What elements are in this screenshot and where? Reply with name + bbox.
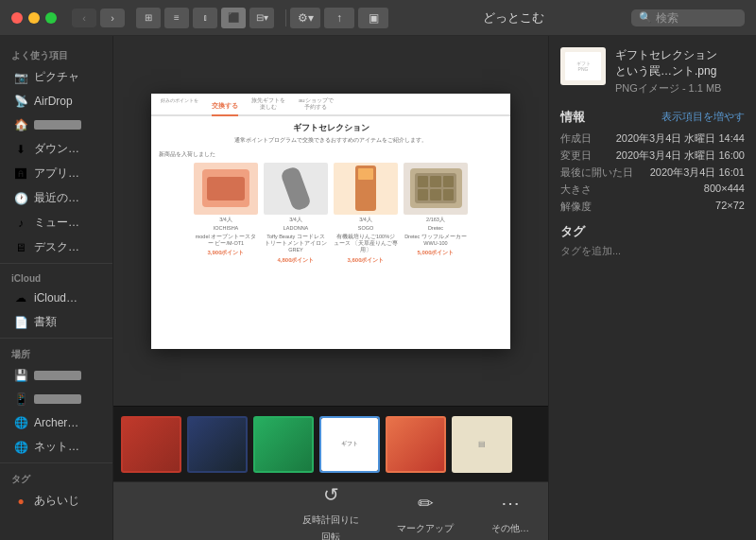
info-section-title: 情報 [560, 109, 585, 126]
sidebar-label-disk1 [34, 371, 81, 380]
sidebar-label-airdrop: AirDrop [34, 95, 73, 108]
sidebar-label-archer: Archer… [34, 416, 78, 429]
favorites-section-label: よく使う項目 [0, 44, 112, 64]
created-row: 作成日 2020年3月4日 水曜日 14:44 [560, 131, 745, 146]
thumbnail-2[interactable] [187, 416, 248, 473]
device-icon: 📱 [13, 392, 28, 407]
router-icon: 🌐 [13, 415, 28, 430]
markup-label: マークアップ [397, 522, 454, 535]
thumbnail-4-selected[interactable]: ギフト [319, 416, 380, 473]
product-card-4: 2/163人 Dretec Dretec ワッフルメーカー WWU-100 5,… [404, 163, 468, 265]
window-title: どっとこむ [396, 9, 631, 26]
forward-button[interactable]: › [100, 9, 125, 27]
tags-section: タグ タグを追加... [560, 223, 745, 258]
file-info-header: ギフトセレクション という罠…ント.png PNGイメージ - 1.1 MB [615, 47, 721, 96]
product-brand-2: LADONNA [284, 225, 309, 232]
share-button[interactable]: ↑ [324, 8, 354, 28]
product-name-2: Toffy Beauty コードレス トリートメントアイロン GREY [264, 234, 328, 253]
created-val: 2020年3月4日 水曜日 14:44 [616, 131, 745, 146]
right-panel: ギフトPNG ギフトセレクション という罠…ント.png PNGイメージ - 1… [548, 36, 756, 540]
network-icon: 🌐 [13, 440, 28, 455]
action-controls: ⚙▾ ↑ ▣ [290, 8, 388, 28]
column-view-button[interactable]: ⫾ [193, 8, 217, 28]
preview-image: 好みのポイントを 交換する 旅先ギフトを楽しむ auショップで予約する ギフトセ… [151, 94, 510, 349]
rotate-left-button[interactable]: ↺ 反時計回りに 回転 [302, 479, 359, 541]
sidebar-label-recent: 最近の… [34, 190, 79, 206]
product-img-4 [404, 163, 468, 215]
product-brand-1: IOCHISHA [214, 225, 239, 232]
product-count-3: 3/4人 [359, 217, 372, 223]
search-box[interactable]: 🔍 [631, 9, 745, 26]
thumbnail-5[interactable] [386, 416, 446, 473]
desktop-icon: 🖥 [13, 240, 28, 255]
product-img-1 [194, 163, 258, 215]
sidebar-label-apps: アプリ… [34, 165, 79, 182]
opened-val: 2020年3月4日 16:01 [650, 165, 745, 180]
sidebar-item-network[interactable]: 🌐 ネット… [4, 435, 109, 459]
sidebar-item-desktop[interactable]: 🖥 デスク… [4, 235, 109, 259]
toolbar-separator [285, 9, 286, 26]
thumbnail-1[interactable] [121, 416, 181, 473]
product-price-3: 3,600ポイント [347, 256, 384, 265]
page-tab-hint: 好みのポイントを [161, 97, 198, 116]
sidebar-label-music: ミュー… [34, 215, 79, 231]
documents-icon: 📄 [13, 315, 28, 330]
back-button[interactable]: ‹ [72, 9, 96, 27]
minimize-button[interactable] [28, 12, 40, 24]
more-button[interactable]: ⋯ その他… [491, 488, 529, 535]
sidebar-item-tag1[interactable]: ● あらいじ [4, 489, 109, 513]
markup-button[interactable]: ✏ マークアップ [397, 488, 454, 535]
page-tab-exchange[interactable]: 交換する [212, 101, 238, 116]
modified-val: 2020年3月4日 水曜日 16:00 [616, 148, 745, 163]
file-type: PNGイメージ - 1.1 MB [615, 81, 721, 96]
sidebar-item-icloud[interactable]: ☁ iCloud… [4, 287, 109, 309]
settings-button[interactable]: ⚙▾ [290, 8, 320, 28]
icloud-section-label: iCloud [0, 268, 112, 286]
more-icon: ⋯ [495, 488, 525, 518]
sidebar-item-archer[interactable]: 🌐 Archer… [4, 411, 109, 434]
download-icon: ⬇ [13, 142, 28, 157]
resolution-key: 解像度 [560, 200, 592, 214]
sidebar-item-airdrop[interactable]: 📡 AirDrop [4, 90, 109, 113]
size-row: 大きさ 800×444 [560, 183, 745, 197]
opened-row: 最後に開いた日 2020年3月4日 16:01 [560, 165, 745, 180]
gift-subtitle: 通常ポイントプログラムで交換できるおすすめのアイテムをご紹介します。 [159, 136, 503, 145]
content-area: 好みのポイントを 交換する 旅先ギフトを楽しむ auショップで予約する ギフトセ… [113, 36, 548, 540]
sidebar-item-music[interactable]: ♪ ミュー… [4, 211, 109, 235]
main-layout: よく使う項目 📷 ピクチャ 📡 AirDrop 🏠 ⬇ ダウン… 🅰 アプリ… … [0, 36, 756, 540]
sidebar-item-pictures[interactable]: 📷 ピクチャ [4, 65, 109, 89]
gallery-view-button[interactable]: ⬛ [221, 8, 246, 28]
sidebar-divider-2 [0, 338, 112, 339]
sidebar-item-device1[interactable]: 📱 [4, 388, 109, 410]
large-grid-button[interactable]: ⊟▾ [249, 8, 274, 28]
list-view-button[interactable]: ≡ [164, 8, 189, 28]
thumbnail-3[interactable] [253, 416, 314, 473]
product-card-3: 3/4人 SOGO 有機栽培りんご100%ジュース 〔天草産りんご専用〕 3,6… [334, 163, 398, 265]
size-val: 800×444 [704, 183, 745, 197]
product-brand-3: SOGO [358, 225, 374, 232]
sidebar-item-documents[interactable]: 📄 書類 [4, 310, 109, 334]
sidebar-item-downloads[interactable]: ⬇ ダウン… [4, 137, 109, 161]
fullscreen-button[interactable] [45, 12, 57, 24]
page-body: ギフトセレクション 通常ポイントプログラムで交換できるおすすめのアイテムをご紹介… [151, 116, 510, 349]
file-title: ギフトセレクション という罠…ント.png [615, 47, 721, 79]
sidebar-item-recent[interactable]: 🕐 最近の… [4, 186, 109, 210]
show-more-button[interactable]: 表示項目を増やす [662, 110, 745, 124]
search-input[interactable] [656, 11, 731, 25]
camera-icon: 📷 [13, 70, 28, 85]
page-tab-reserve[interactable]: auショップで予約する [299, 97, 334, 116]
sidebar-item-home[interactable]: 🏠 [4, 113, 109, 136]
add-tag-placeholder[interactable]: タグを追加... [560, 244, 745, 258]
icon-view-button[interactable]: ⊞ [136, 8, 161, 28]
page-tab-enjoy[interactable]: 旅先ギフトを楽しむ [251, 97, 285, 116]
sidebar-divider-1 [0, 263, 112, 264]
sidebar-item-disk1[interactable]: 💾 [4, 364, 109, 387]
product-name-3: 有機栽培りんご100%ジュース 〔天草産りんご専用〕 [334, 234, 398, 253]
view-toggle-button[interactable]: ▣ [358, 8, 388, 28]
product-price-2: 4,800ポイント [277, 256, 314, 265]
sidebar-item-apps[interactable]: 🅰 アプリ… [4, 162, 109, 185]
close-button[interactable] [11, 12, 23, 24]
product-brand-4: Dretec [428, 225, 443, 232]
thumbnail-6[interactable]: ▤ [452, 416, 512, 473]
product-count-2: 3/4人 [289, 217, 302, 223]
